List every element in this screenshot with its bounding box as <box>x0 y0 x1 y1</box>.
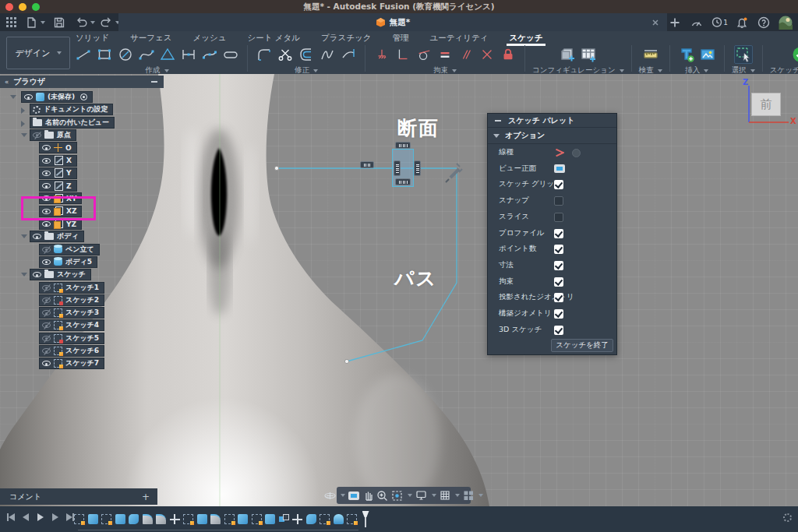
checkbox-unchecked[interactable] <box>554 196 563 206</box>
line-tool-icon[interactable] <box>74 45 93 64</box>
timeline-feature-revolve[interactable] <box>334 514 344 524</box>
visibility-on-icon[interactable] <box>33 234 41 239</box>
viewcube-front-face[interactable]: 前 <box>751 93 781 116</box>
close-tab-icon[interactable] <box>650 16 661 31</box>
timeline-feature-extrude[interactable] <box>238 514 248 524</box>
expander-open-icon[interactable] <box>21 133 27 137</box>
step-forward-button[interactable] <box>51 513 60 522</box>
extend-tool-icon[interactable] <box>339 45 358 64</box>
configuration-table-icon[interactable] <box>579 45 598 64</box>
notifications-bell-icon[interactable] <box>734 15 750 30</box>
timeline-feature-fillet[interactable] <box>210 514 221 524</box>
slot-tool-icon[interactable] <box>221 45 240 64</box>
rectangle-tool-icon[interactable] <box>95 45 114 64</box>
options-section-header[interactable]: オプション <box>488 128 616 144</box>
dimension-badge[interactable] <box>414 160 421 176</box>
active-component-icon[interactable] <box>80 93 87 100</box>
expander-open-icon[interactable] <box>21 273 27 277</box>
linetype-spline-icon[interactable] <box>554 148 566 157</box>
help-icon[interactable] <box>756 15 772 30</box>
workspace-selector[interactable]: デザイン <box>6 37 70 69</box>
spline-tool-icon[interactable] <box>137 45 156 64</box>
browser-row-Z[interactable]: Z <box>39 180 77 192</box>
browser-row-スケッチ2[interactable]: スケッチ2 <box>39 294 104 306</box>
display-caret-icon[interactable] <box>432 494 436 497</box>
visibility-off-icon[interactable] <box>42 310 51 315</box>
sketch-palette-header[interactable]: スケッチ パレット <box>488 114 616 128</box>
timeline-feature-sketch[interactable] <box>74 514 84 524</box>
timeline-feature-fillet[interactable] <box>156 514 166 524</box>
visibility-off-icon[interactable] <box>42 247 51 252</box>
browser-row-Y[interactable]: Y <box>39 167 77 179</box>
polygon-tool-icon[interactable] <box>158 45 177 64</box>
apps-grid-icon[interactable] <box>3 15 19 30</box>
linetype-sphere-icon[interactable] <box>572 149 581 157</box>
checkbox-unchecked[interactable] <box>554 213 563 222</box>
browser-panel-header[interactable]: « ブラウザ <box>0 76 164 88</box>
ribbon-tab-3[interactable]: メッシュ <box>192 33 226 44</box>
extensions-gauge-icon[interactable] <box>689 15 704 30</box>
timeline-settings-gear-icon[interactable] <box>783 513 792 522</box>
undo-caret-icon[interactable] <box>90 21 95 24</box>
select-tool-icon[interactable] <box>734 45 753 64</box>
timeline-feature-extrude[interactable] <box>115 514 125 524</box>
visibility-on-icon[interactable] <box>42 158 51 164</box>
timeline-feature-extrude[interactable] <box>197 514 207 524</box>
fit-point-spline-tool-icon[interactable] <box>200 45 219 64</box>
redo-icon[interactable] <box>98 15 114 30</box>
visibility-on-icon[interactable] <box>42 259 51 265</box>
timeline-position-marker[interactable] <box>362 511 369 527</box>
timeline-feature-fillet[interactable] <box>143 514 153 524</box>
fixed-constraint-icon[interactable] <box>373 45 391 64</box>
expander-closed-icon[interactable] <box>21 121 25 127</box>
measure-tool-icon[interactable] <box>641 45 660 64</box>
dimension-badge[interactable] <box>360 161 374 168</box>
parallel-constraint-icon[interactable] <box>457 45 475 64</box>
minimize-panel-icon[interactable] <box>151 81 157 83</box>
viewports-icon[interactable] <box>463 490 474 501</box>
expander-open-icon[interactable] <box>10 95 16 99</box>
timeline-feature-combine[interactable] <box>279 514 289 524</box>
look-at-icon[interactable] <box>348 491 359 500</box>
timeline-feature-sketch[interactable] <box>252 514 262 524</box>
file-menu-caret-icon[interactable] <box>41 21 45 24</box>
step-back-button[interactable] <box>21 513 30 522</box>
sketch-path-lines[interactable] <box>277 168 457 361</box>
ribbon-tab-1[interactable]: ソリッド <box>76 33 109 44</box>
browser-row-(未保存)[interactable]: (未保存) <box>21 91 93 103</box>
look-at-icon[interactable] <box>554 164 565 173</box>
browser-row-スケッチ1[interactable]: スケッチ1 <box>39 282 104 294</box>
undo-icon[interactable] <box>73 15 89 30</box>
browser-row-スケッチ6[interactable]: スケッチ6 <box>39 345 104 357</box>
insert-image-tool-icon[interactable] <box>698 45 717 64</box>
visibility-on-icon[interactable] <box>42 171 51 176</box>
timeline-feature-sketch[interactable] <box>224 514 235 524</box>
browser-row-スケッチ5[interactable]: スケッチ5 <box>39 333 104 344</box>
timeline-feature-sketch[interactable] <box>320 514 330 524</box>
checkbox-checked[interactable] <box>554 261 563 270</box>
add-comment-icon[interactable]: + <box>142 491 150 502</box>
ribbon-tab-6[interactable]: 管理 <box>393 33 409 44</box>
finish-sketch-icon[interactable] <box>791 45 798 64</box>
viewport-canvas[interactable]: 断面 パス 前 Z X « ブラウザ (未保存)ドキュメントの設定名前の付いたビ… <box>0 74 798 506</box>
timeline-feature-move[interactable] <box>292 514 302 524</box>
visibility-on-icon[interactable] <box>42 361 51 366</box>
save-icon[interactable] <box>51 15 67 30</box>
browser-row-ボディ5[interactable]: ボディ5 <box>39 256 97 268</box>
grid-settings-icon[interactable] <box>440 490 450 501</box>
visibility-on-icon[interactable] <box>42 183 51 188</box>
tangent-constraint-icon[interactable] <box>415 45 433 64</box>
browser-row-名前の付いたビュー[interactable]: 名前の付いたビュー <box>30 117 115 129</box>
go-to-start-button[interactable] <box>6 513 16 522</box>
expander-open-icon[interactable] <box>21 234 27 238</box>
timeline-feature-extrude[interactable] <box>265 514 275 524</box>
checkbox-checked[interactable] <box>554 326 563 335</box>
new-tab-icon[interactable] <box>667 15 683 30</box>
ribbon-tab-8[interactable]: スケッチ <box>510 33 543 44</box>
visibility-off-icon[interactable] <box>42 298 51 303</box>
visibility-on-icon[interactable] <box>24 94 33 100</box>
timeline-feature-sketch[interactable] <box>347 514 357 524</box>
orbit-caret-icon[interactable] <box>341 494 345 497</box>
insert-tool-icon[interactable] <box>677 45 696 64</box>
display-settings-icon[interactable] <box>415 490 427 501</box>
